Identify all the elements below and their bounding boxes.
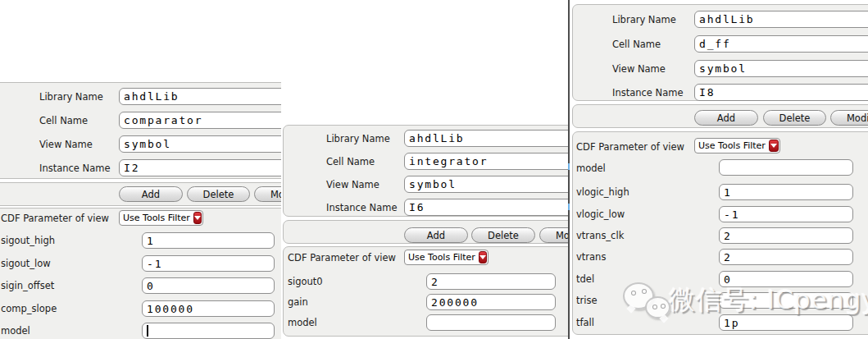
gain-input[interactable] [426,294,556,310]
vlogic-high-input[interactable] [719,184,853,200]
gain-label: gain [288,296,308,308]
add-button[interactable]: Add [119,186,183,202]
library-name-label: Library Name [612,14,676,25]
tdel-label: tdel [576,273,594,285]
modify-button[interactable]: Modify [254,186,281,202]
instance-name-input[interactable] [404,199,568,216]
model-input[interactable] [426,314,556,331]
trise-input[interactable] [719,292,853,309]
delete-button[interactable]: Delete [187,186,250,202]
properties-panel-dff: Library Name Cell Name View Name Instanc… [570,0,868,339]
comp-slope-label: comp_slope [1,303,57,314]
sigout-high-input[interactable] [142,232,275,249]
instance-name-label: Instance Name [612,87,684,98]
model-input[interactable] [142,323,275,339]
text-cursor [147,325,148,337]
tdel-input[interactable] [719,271,853,287]
chevron-down-icon [769,140,779,152]
library-name-input[interactable] [694,11,868,28]
model-input[interactable] [719,159,853,176]
tools-filter-label: Use Tools Filter [405,252,479,263]
vtrans-label: vtrans [576,251,606,263]
library-name-label: Library Name [39,91,103,103]
properties-panel-comparator: Library Name Cell Name View Name Instanc… [0,82,281,339]
sigout-low-input[interactable] [142,255,275,272]
cell-name-label: Cell Name [612,39,661,50]
properties-panel-integrator: Library Name Cell Name View Name Instanc… [281,123,568,339]
chevron-down-icon [193,212,202,224]
cell-name-input[interactable] [694,35,868,53]
sigin-offset-label: sigin_offset [1,280,54,291]
view-name-label: View Name [612,63,666,75]
delete-button[interactable]: Delete [471,227,535,243]
vlogic-high-label: vlogic_high [576,186,629,198]
screen: Library Name Cell Name View Name Instanc… [0,0,868,339]
tools-filter-dropdown[interactable]: Use Tools Filter [694,138,780,153]
sigout0-input[interactable] [426,273,556,290]
selection-tick [568,163,570,170]
view-name-input[interactable] [694,60,868,77]
library-name-input[interactable] [119,88,281,105]
cdf-parameter-label: CDF Parameter of view [288,252,396,263]
view-name-label: View Name [39,139,93,150]
cdf-parameters-section [0,208,281,339]
tfall-input[interactable] [719,314,853,331]
chevron-down-icon [479,251,487,263]
instance-name-label: Instance Name [39,163,111,174]
sigout-low-label: sigout_low [1,258,51,269]
add-button[interactable]: Add [404,227,468,243]
tfall-label: tfall [576,317,594,328]
sigin-offset-input[interactable] [142,277,275,294]
cell-name-input[interactable] [119,112,281,129]
modify-button[interactable]: Modify [830,110,868,126]
instance-name-input[interactable] [119,159,281,176]
sigout-high-label: sigout_high [1,235,55,246]
trise-label: trise [576,295,598,306]
cdf-parameter-label: CDF Parameter of view [1,213,109,224]
selection-tick [568,204,570,210]
vtrans-input[interactable] [719,249,853,265]
cell-name-label: Cell Name [39,115,88,126]
add-button[interactable]: Add [694,110,758,126]
instance-name-label: Instance Name [326,202,398,213]
modify-button[interactable]: Modify [539,227,568,243]
view-name-label: View Name [326,179,379,190]
cell-name-input[interactable] [404,153,568,170]
view-name-input[interactable] [119,135,281,153]
vlogic-low-label: vlogic_low [576,208,625,220]
model-label: model [576,163,606,174]
tools-filter-dropdown[interactable]: Use Tools Filter [404,250,489,265]
tools-filter-dropdown[interactable]: Use Tools Filter [119,210,203,226]
tools-filter-label: Use Tools Filter [120,213,193,223]
model-label: model [288,317,317,328]
cdf-parameter-label: CDF Parameter of view [576,141,684,153]
sigout0-label: sigout0 [288,276,323,287]
tools-filter-label: Use Tools Filter [695,140,769,151]
view-name-input[interactable] [404,176,568,193]
library-name-label: Library Name [326,133,390,144]
delete-button[interactable]: Delete [763,110,826,126]
model-label: model [1,325,30,337]
comp-slope-input[interactable] [142,300,275,317]
vtrans-clk-input[interactable] [719,227,853,244]
cell-name-label: Cell Name [326,156,375,167]
library-name-input[interactable] [404,130,568,147]
vlogic-low-input[interactable] [719,206,853,222]
instance-name-input[interactable] [694,84,868,101]
vtrans-clk-label: vtrans_clk [576,230,624,241]
